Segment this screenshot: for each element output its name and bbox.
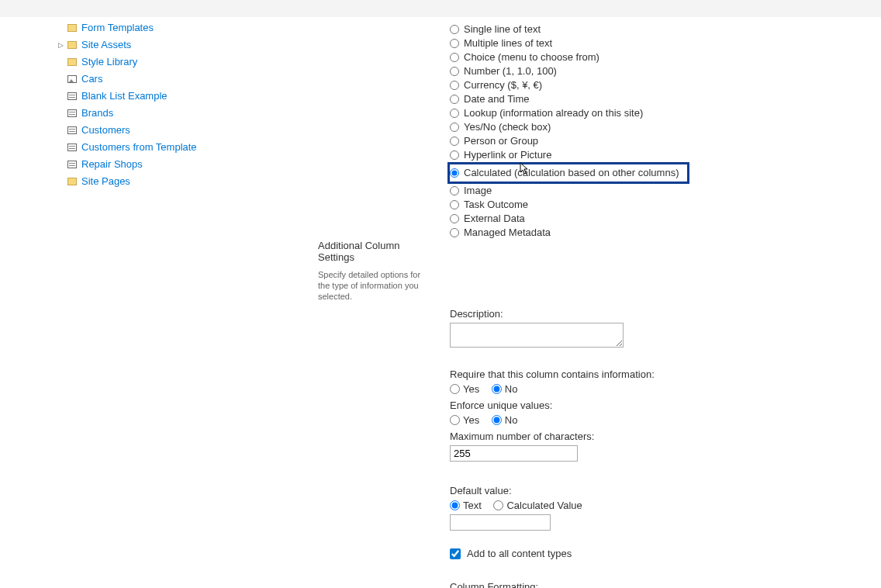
require-yes-radio[interactable] [450,384,460,394]
column-type-option[interactable]: Choice (menu to choose from) [450,50,881,64]
column-type-option[interactable]: Lookup (information already on this site… [450,106,881,120]
require-no-option[interactable]: No [492,383,518,395]
require-no-radio[interactable] [492,384,502,394]
column-type-radio[interactable] [450,109,459,118]
enforce-yes-option[interactable]: Yes [450,414,479,426]
require-yes-label: Yes [463,383,479,395]
sidebar-item[interactable]: Repair Shops [58,156,295,173]
column-type-option[interactable]: Task Outcome [450,198,881,212]
enforce-no-radio[interactable] [492,415,502,425]
column-type-radio[interactable] [450,228,459,237]
folder-icon [67,177,78,186]
require-no-label: No [505,383,518,395]
default-text-label: Text [463,500,482,511]
top-bar [0,0,881,17]
sidebar-item-label: Brands [81,106,113,120]
column-type-option[interactable]: External Data [450,212,881,226]
column-type-radio[interactable] [450,123,459,132]
column-type-option[interactable]: Multiple lines of text [450,36,881,50]
column-type-radio[interactable] [450,150,459,160]
default-text-radio[interactable] [450,500,460,510]
sidebar-item[interactable]: ▷Site Assets [58,36,295,54]
description-input[interactable] [450,323,624,348]
sidebar-item-label: Cars [81,72,102,86]
column-type-label: Date and Time [464,93,530,105]
default-calc-radio[interactable] [493,500,503,510]
picture-icon [67,74,78,84]
column-type-label: Calculated (calculation based on other c… [464,167,679,179]
column-type-label: Task Outcome [464,199,528,211]
column-type-option[interactable]: Currency ($, ¥, €) [450,78,881,92]
sidebar-item[interactable]: Form Templates [58,19,295,36]
additional-settings-subtext: Specify detailed options for the type of… [318,269,434,302]
enforce-no-option[interactable]: No [492,414,518,426]
maxchars-section: Maximum number of characters: [450,431,881,462]
column-type-label: Single line of text [464,23,541,36]
column-type-option[interactable]: Image [450,184,881,198]
column-type-radio[interactable] [450,53,459,62]
description-section: Description: [450,308,881,350]
sidebar-item[interactable]: Blank List Example [58,88,295,105]
sidebar-item-label: Repair Shops [81,157,143,171]
require-label: Require that this column contains inform… [450,368,881,380]
column-type-option[interactable]: Managed Metadata [450,226,881,240]
column-type-radio[interactable] [450,39,459,48]
description-label: Description: [450,308,881,320]
list-icon [67,92,78,101]
default-calc-label: Calculated Value [506,500,582,511]
require-yes-option[interactable]: Yes [450,383,479,395]
column-type-radio[interactable] [450,81,459,90]
column-type-label: Managed Metadata [464,227,551,239]
add-content-types-checkbox[interactable] [450,548,461,559]
column-type-radio[interactable] [450,168,459,178]
column-type-radio[interactable] [450,200,459,209]
column-type-radio[interactable] [450,137,459,146]
require-section: Require that this column contains inform… [450,368,881,396]
sidebar-item[interactable]: Customers [58,122,295,139]
enforce-yes-label: Yes [463,414,479,426]
sidebar-item-label: Site Pages [81,175,130,189]
column-type-radio[interactable] [450,214,459,223]
folder-icon [67,40,78,50]
sidebar-item[interactable]: Customers from Template [58,139,295,156]
sidebar-item-label: Form Templates [81,21,154,35]
column-type-radio[interactable] [450,25,459,34]
enforce-yes-radio[interactable] [450,415,460,425]
main-container: Form Templates▷Site AssetsStyle LibraryC… [0,17,881,588]
list-icon [67,160,78,169]
sidebar-item[interactable]: Style Library [58,54,295,71]
sidebar-item[interactable]: Cars [58,71,295,88]
add-content-types-row[interactable]: Add to all content types [450,548,881,559]
sidebar-item[interactable]: Brands [58,105,295,122]
maxchars-label: Maximum number of characters: [450,431,881,442]
sidebar-item-label: Customers from Template [81,140,197,154]
maxchars-input[interactable] [450,445,578,462]
column-type-option[interactable]: Single line of text [450,22,881,36]
default-value-input[interactable] [450,514,551,531]
settings-label-column: Additional Column Settings Specify detai… [295,17,434,588]
column-type-option[interactable]: Person or Group [450,134,881,148]
list-icon [67,143,78,152]
enforce-label: Enforce unique values: [450,399,881,411]
default-calc-option[interactable]: Calculated Value [493,500,582,511]
column-type-option[interactable]: Hyperlink or Picture [450,148,881,162]
column-type-option[interactable]: Yes/No (check box) [450,120,881,134]
column-formatting-section: Column Formatting: Change the display of… [450,581,881,588]
column-type-label: Choice (menu to choose from) [464,51,599,64]
column-type-radio[interactable] [450,95,459,104]
column-type-radio[interactable] [450,186,459,195]
add-content-types-label: Add to all content types [467,548,572,559]
default-text-option[interactable]: Text [450,500,482,511]
column-type-radio[interactable] [450,67,459,76]
column-type-option[interactable]: Number (1, 1.0, 100) [450,64,881,78]
expand-caret-icon[interactable]: ▷ [58,38,66,52]
sidebar-item-label: Blank List Example [81,89,168,103]
column-type-option[interactable]: Calculated (calculation based on other c… [447,162,689,184]
sidebar-item[interactable]: Site Pages [58,173,295,190]
sidebar-item-label: Customers [81,123,130,137]
column-type-option[interactable]: Date and Time [450,92,881,106]
column-type-label: Image [464,185,492,197]
folder-icon [67,23,78,33]
column-type-label: External Data [464,213,525,225]
column-formatting-heading: Column Formatting: [450,581,881,588]
